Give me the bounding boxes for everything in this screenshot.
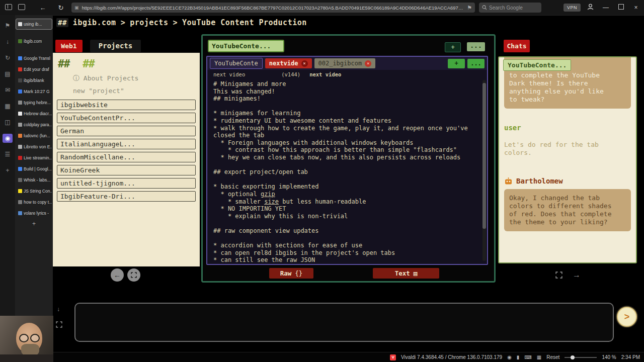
tab-label: YouTubeConte <box>214 58 258 68</box>
tab-favicon <box>18 123 22 127</box>
browser-tab-item[interactable]: Build | Googl... <box>16 164 52 174</box>
scrollbar-thumb[interactable] <box>482 83 486 229</box>
project-button[interactable]: YouTubeContentPr... <box>57 113 196 123</box>
bookmarks-panel-icon[interactable]: ⚑ <box>3 21 13 30</box>
search-field[interactable]: Search Google <box>479 3 541 13</box>
browser-titlebar: ← ↻ ▣ https://ibgib.com/#/apps/projects/… <box>0 0 644 16</box>
reload-icon[interactable]: ↻ <box>54 4 67 12</box>
project-button[interactable]: German <box>57 126 196 136</box>
browser-tab-item[interactable]: volare lyrics - <box>16 208 52 218</box>
history-panel-icon[interactable]: ↻ <box>3 53 13 62</box>
keyboard-icon[interactable]: ⌨ <box>524 354 531 360</box>
breadcrumb-projects[interactable]: projects <box>130 18 168 27</box>
back-icon[interactable]: ← <box>36 4 49 12</box>
tab-title: Live streamin... <box>24 155 52 160</box>
tab-002-ibgibcom[interactable]: 002_ibgibcom× <box>314 58 376 68</box>
browser-tab-item[interactable]: coldplay para... <box>16 120 52 130</box>
profile-icon[interactable] <box>587 3 594 13</box>
chat-panel-icon[interactable]: ◉ <box>3 134 13 143</box>
browser-tab-item[interactable]: ibgib.com <box>16 36 52 46</box>
new-tab-button[interactable]: + <box>15 220 53 227</box>
browser-tab-item[interactable]: Hebrew diacr... <box>16 109 52 119</box>
translate-panel-icon[interactable]: ◫ <box>3 118 13 127</box>
composer-expand-button[interactable] <box>56 321 62 330</box>
composer-download-icon[interactable]: ↓ <box>57 306 60 313</box>
capture-icon[interactable]: ◉ <box>507 354 512 360</box>
breadcrumb-separator: > <box>173 18 178 27</box>
markdown-editor[interactable]: # Minigames and more This was changed! #… <box>207 77 487 265</box>
project-button[interactable]: untitled-tjignom... <box>57 178 196 189</box>
tab-projects[interactable]: Projects <box>90 40 141 52</box>
browser-tab-item[interactable]: JS String Con... <box>16 186 52 196</box>
back-nav-button[interactable]: ← <box>111 268 124 282</box>
close-tab-icon[interactable]: × <box>365 60 371 67</box>
site-info-shield-icon[interactable]: ▣ <box>74 5 79 10</box>
project-button[interactable]: ItalianLanguageL... <box>57 139 196 149</box>
doc-title: next video <box>213 71 245 77</box>
minimize-button[interactable]: — <box>598 4 613 11</box>
chat-thread-tab[interactable]: YouTubeConte... <box>503 59 571 71</box>
browser-tab-item[interactable]: Whisk - labs... <box>16 175 52 185</box>
panel-toggle-icon[interactable] <box>2 4 15 12</box>
raw-view-button[interactable]: Raw{} <box>269 268 313 279</box>
tab-favicon <box>18 112 22 116</box>
browser-tab-item[interactable]: Edit your draf <box>16 64 52 74</box>
browser-tab-item[interactable]: Mark 10:27 G <box>16 86 52 97</box>
text-view-button[interactable]: Text▤ <box>373 268 439 279</box>
tab-title: how to copy t... <box>24 200 52 205</box>
address-bar[interactable]: ▣ https://ibgib.com/#/apps/projects/5E92… <box>71 3 475 13</box>
tiles-icon[interactable] <box>15 4 28 12</box>
workspace-tab[interactable]: YouTubeConte... <box>208 40 284 52</box>
new-project-link[interactable]: new "project" <box>73 87 200 95</box>
tab-chats[interactable]: Chats <box>504 40 530 52</box>
tab-youtubeconte[interactable]: YouTubeConte <box>210 58 263 69</box>
calendar-panel-icon[interactable]: ▦ <box>3 102 13 111</box>
browser-tab-item[interactable]: Libretto von E... <box>16 142 52 152</box>
workspace-add-button[interactable]: + <box>445 42 461 52</box>
zoom-slider[interactable] <box>565 357 597 358</box>
send-button[interactable]: > <box>617 307 637 327</box>
chat-panel: YouTubeConte... to complete the YouTube … <box>498 56 637 263</box>
project-button[interactable]: IbgibFeature-Dri... <box>57 191 196 202</box>
notes-panel-icon[interactable]: ▤ <box>3 69 13 78</box>
downloads-panel-icon[interactable]: ↓ <box>3 37 13 46</box>
info-icon[interactable]: ⓘ <box>73 74 79 82</box>
zoom-reset-button[interactable]: Reset <box>546 354 559 360</box>
images-toggle-icon[interactable]: ▦ <box>537 354 541 360</box>
about-projects-link[interactable]: About Projects <box>84 74 139 82</box>
vpn-button[interactable]: VPN <box>564 4 581 12</box>
browser-tab-item[interactable]: ibgib/blank <box>16 75 52 85</box>
mail-panel-icon[interactable]: ✉ <box>3 85 13 95</box>
tab-web1[interactable]: Web1 <box>55 40 83 52</box>
new-doc-tab-button[interactable]: + <box>448 59 465 68</box>
message-input[interactable] <box>74 303 614 342</box>
workspace-more-button[interactable]: ... <box>467 42 485 51</box>
breadcrumb-site[interactable]: ibgib.com <box>73 18 116 27</box>
close-button[interactable]: × <box>628 4 643 11</box>
search-icon <box>482 5 487 10</box>
browser-tab-item[interactable]: typing hebre... <box>16 98 52 108</box>
chat-next-button[interactable]: → <box>573 270 581 280</box>
browser-tab-item[interactable]: using ib... <box>16 19 52 29</box>
tasks-panel-icon[interactable]: ☰ <box>3 150 13 159</box>
expand-nav-button[interactable] <box>127 268 140 282</box>
close-tab-icon[interactable]: × <box>301 60 308 67</box>
browser-tab-item[interactable]: how to copy t... <box>16 197 52 207</box>
bookmark-flag-icon[interactable]: ⚑ <box>467 5 472 11</box>
doc-tab-more-button[interactable]: ... <box>467 59 485 68</box>
chat-expand-button[interactable] <box>555 272 562 281</box>
add-panel-icon[interactable]: + <box>3 166 13 175</box>
browser-tab-item[interactable]: Live streamin... <box>16 153 52 163</box>
tiling-icon[interactable]: ▮ <box>517 354 520 360</box>
tab-nextvideo[interactable]: nextvide× <box>265 58 312 68</box>
project-button[interactable]: ibgibwebsite <box>57 100 196 110</box>
project-button[interactable]: RandomMiscellane... <box>57 152 196 162</box>
project-button[interactable]: KoineGreek <box>57 165 196 175</box>
tab-favicon <box>18 78 22 82</box>
editor-scrollbar[interactable] <box>482 80 486 261</box>
browser-tab-item[interactable]: Google Transl <box>16 53 52 63</box>
maximize-button[interactable] <box>613 4 628 11</box>
braces-icon: {} <box>295 269 302 277</box>
browser-tab-item[interactable]: ludovnc (lun... <box>16 131 52 141</box>
zoom-slider-knob[interactable] <box>571 355 575 359</box>
